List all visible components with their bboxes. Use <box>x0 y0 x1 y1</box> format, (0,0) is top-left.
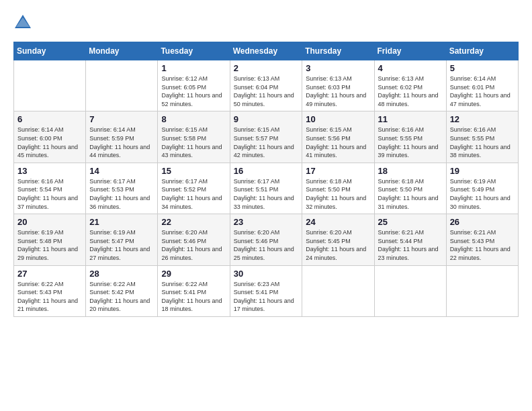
calendar-cell: 14Sunrise: 6:17 AM Sunset: 5:53 PM Dayli… <box>86 163 158 214</box>
day-info: Sunrise: 6:19 AM Sunset: 5:49 PM Dayligh… <box>450 177 515 211</box>
calendar-cell: 24Sunrise: 6:20 AM Sunset: 5:45 PM Dayli… <box>302 214 374 265</box>
calendar-cell: 12Sunrise: 6:16 AM Sunset: 5:55 PM Dayli… <box>446 111 518 163</box>
calendar-cell: 29Sunrise: 6:22 AM Sunset: 5:41 PM Dayli… <box>158 265 230 316</box>
calendar-cell: 7Sunrise: 6:14 AM Sunset: 5:59 PM Daylig… <box>86 111 158 163</box>
calendar-cell: 13Sunrise: 6:16 AM Sunset: 5:54 PM Dayli… <box>14 163 86 214</box>
day-number: 5 <box>450 63 515 73</box>
calendar-cell: 23Sunrise: 6:20 AM Sunset: 5:46 PM Dayli… <box>230 214 302 265</box>
day-info: Sunrise: 6:17 AM Sunset: 5:51 PM Dayligh… <box>234 177 299 211</box>
column-header-saturday: Saturday <box>446 42 518 60</box>
day-number: 6 <box>17 114 82 124</box>
calendar-cell: 5Sunrise: 6:14 AM Sunset: 6:01 PM Daylig… <box>446 60 518 111</box>
calendar-cell: 21Sunrise: 6:19 AM Sunset: 5:47 PM Dayli… <box>86 214 158 265</box>
day-info: Sunrise: 6:14 AM Sunset: 5:59 PM Dayligh… <box>89 126 154 159</box>
day-info: Sunrise: 6:17 AM Sunset: 5:53 PM Dayligh… <box>89 177 154 211</box>
calendar-cell: 25Sunrise: 6:21 AM Sunset: 5:44 PM Dayli… <box>374 214 446 265</box>
day-number: 21 <box>89 217 154 227</box>
calendar-cell: 18Sunrise: 6:18 AM Sunset: 5:50 PM Dayli… <box>374 163 446 214</box>
column-header-friday: Friday <box>374 42 446 60</box>
calendar-cell: 30Sunrise: 6:23 AM Sunset: 5:41 PM Dayli… <box>230 265 302 316</box>
calendar-cell: 8Sunrise: 6:15 AM Sunset: 5:58 PM Daylig… <box>158 111 230 163</box>
day-number: 16 <box>234 166 299 176</box>
day-number: 24 <box>306 217 370 227</box>
day-info: Sunrise: 6:21 AM Sunset: 5:44 PM Dayligh… <box>378 228 443 262</box>
day-number: 13 <box>17 166 82 176</box>
day-info: Sunrise: 6:13 AM Sunset: 6:02 PM Dayligh… <box>378 75 443 108</box>
column-header-wednesday: Wednesday <box>230 42 302 60</box>
header-row: SundayMondayTuesdayWednesdayThursdayFrid… <box>14 42 519 60</box>
calendar-cell: 9Sunrise: 6:15 AM Sunset: 5:57 PM Daylig… <box>230 111 302 163</box>
day-info: Sunrise: 6:20 AM Sunset: 5:46 PM Dayligh… <box>161 228 226 262</box>
day-number: 25 <box>378 217 443 227</box>
day-info: Sunrise: 6:13 AM Sunset: 6:03 PM Dayligh… <box>306 75 370 108</box>
header <box>13 13 519 32</box>
day-info: Sunrise: 6:15 AM Sunset: 5:56 PM Dayligh… <box>306 126 370 159</box>
day-info: Sunrise: 6:17 AM Sunset: 5:52 PM Dayligh… <box>161 177 226 211</box>
day-info: Sunrise: 6:16 AM Sunset: 5:54 PM Dayligh… <box>17 177 82 211</box>
week-row-1: 1Sunrise: 6:12 AM Sunset: 6:05 PM Daylig… <box>14 60 519 111</box>
page: SundayMondayTuesdayWednesdayThursdayFrid… <box>0 0 532 330</box>
day-number: 2 <box>234 63 299 73</box>
calendar-cell: 28Sunrise: 6:22 AM Sunset: 5:42 PM Dayli… <box>86 265 158 316</box>
day-number: 29 <box>161 269 226 279</box>
day-info: Sunrise: 6:21 AM Sunset: 5:43 PM Dayligh… <box>450 228 515 262</box>
day-info: Sunrise: 6:18 AM Sunset: 5:50 PM Dayligh… <box>306 177 370 211</box>
week-row-4: 20Sunrise: 6:19 AM Sunset: 5:48 PM Dayli… <box>14 214 519 265</box>
day-info: Sunrise: 6:15 AM Sunset: 5:58 PM Dayligh… <box>161 126 226 159</box>
day-number: 27 <box>17 269 82 279</box>
day-number: 3 <box>306 63 370 73</box>
calendar-cell: 3Sunrise: 6:13 AM Sunset: 6:03 PM Daylig… <box>302 60 374 111</box>
calendar-cell <box>14 60 86 111</box>
week-row-5: 27Sunrise: 6:22 AM Sunset: 5:43 PM Dayli… <box>14 265 519 316</box>
day-number: 14 <box>89 166 154 176</box>
day-number: 15 <box>161 166 226 176</box>
day-info: Sunrise: 6:20 AM Sunset: 5:46 PM Dayligh… <box>234 228 299 262</box>
day-number: 9 <box>234 114 299 124</box>
day-info: Sunrise: 6:19 AM Sunset: 5:47 PM Dayligh… <box>89 228 154 262</box>
day-number: 11 <box>378 114 443 124</box>
calendar-cell: 26Sunrise: 6:21 AM Sunset: 5:43 PM Dayli… <box>446 214 518 265</box>
day-number: 23 <box>234 217 299 227</box>
calendar-cell: 16Sunrise: 6:17 AM Sunset: 5:51 PM Dayli… <box>230 163 302 214</box>
calendar-cell <box>86 60 158 111</box>
day-number: 28 <box>89 269 154 279</box>
day-info: Sunrise: 6:20 AM Sunset: 5:45 PM Dayligh… <box>306 228 370 262</box>
day-number: 4 <box>378 63 443 73</box>
day-info: Sunrise: 6:18 AM Sunset: 5:50 PM Dayligh… <box>378 177 443 211</box>
day-info: Sunrise: 6:22 AM Sunset: 5:41 PM Dayligh… <box>161 280 226 314</box>
calendar: SundayMondayTuesdayWednesdayThursdayFrid… <box>13 42 519 317</box>
calendar-cell <box>446 265 518 316</box>
day-number: 22 <box>161 217 226 227</box>
week-row-3: 13Sunrise: 6:16 AM Sunset: 5:54 PM Dayli… <box>14 163 519 214</box>
week-row-2: 6Sunrise: 6:14 AM Sunset: 6:00 PM Daylig… <box>14 111 519 163</box>
day-info: Sunrise: 6:16 AM Sunset: 5:55 PM Dayligh… <box>378 126 443 159</box>
day-number: 20 <box>17 217 82 227</box>
day-info: Sunrise: 6:14 AM Sunset: 6:00 PM Dayligh… <box>17 126 82 159</box>
day-number: 12 <box>450 114 515 124</box>
column-header-thursday: Thursday <box>302 42 374 60</box>
calendar-cell: 22Sunrise: 6:20 AM Sunset: 5:46 PM Dayli… <box>158 214 230 265</box>
calendar-cell: 20Sunrise: 6:19 AM Sunset: 5:48 PM Dayli… <box>14 214 86 265</box>
calendar-cell: 15Sunrise: 6:17 AM Sunset: 5:52 PM Dayli… <box>158 163 230 214</box>
calendar-cell: 27Sunrise: 6:22 AM Sunset: 5:43 PM Dayli… <box>14 265 86 316</box>
calendar-cell <box>374 265 446 316</box>
calendar-cell: 19Sunrise: 6:19 AM Sunset: 5:49 PM Dayli… <box>446 163 518 214</box>
column-header-sunday: Sunday <box>14 42 86 60</box>
calendar-cell: 17Sunrise: 6:18 AM Sunset: 5:50 PM Dayli… <box>302 163 374 214</box>
calendar-cell: 11Sunrise: 6:16 AM Sunset: 5:55 PM Dayli… <box>374 111 446 163</box>
day-number: 1 <box>161 63 226 73</box>
calendar-cell: 6Sunrise: 6:14 AM Sunset: 6:00 PM Daylig… <box>14 111 86 163</box>
column-header-monday: Monday <box>86 42 158 60</box>
svg-marker-1 <box>16 17 30 27</box>
day-number: 8 <box>161 114 226 124</box>
day-info: Sunrise: 6:22 AM Sunset: 5:43 PM Dayligh… <box>17 280 82 314</box>
calendar-cell: 1Sunrise: 6:12 AM Sunset: 6:05 PM Daylig… <box>158 60 230 111</box>
calendar-cell: 4Sunrise: 6:13 AM Sunset: 6:02 PM Daylig… <box>374 60 446 111</box>
day-info: Sunrise: 6:22 AM Sunset: 5:42 PM Dayligh… <box>89 280 154 314</box>
day-info: Sunrise: 6:16 AM Sunset: 5:55 PM Dayligh… <box>450 126 515 159</box>
column-header-tuesday: Tuesday <box>158 42 230 60</box>
day-number: 10 <box>306 114 370 124</box>
day-number: 18 <box>378 166 443 176</box>
calendar-cell <box>302 265 374 316</box>
day-info: Sunrise: 6:12 AM Sunset: 6:05 PM Dayligh… <box>161 75 226 108</box>
